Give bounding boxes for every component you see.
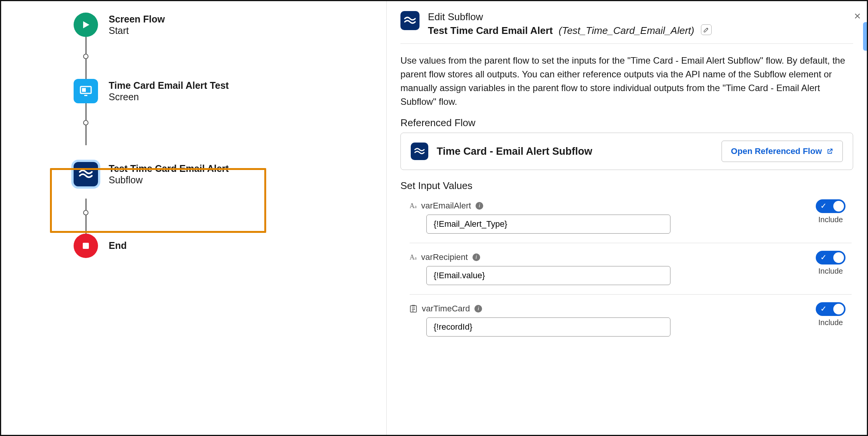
panel-description: Use values from the parent flow to set t… bbox=[400, 54, 853, 109]
svg-rect-5 bbox=[412, 305, 415, 306]
flow-node-screen[interactable]: Time Card Email Alert Test Screen bbox=[74, 79, 287, 103]
referenced-flow-card: Time Card - Email Alert Subflow Open Ref… bbox=[400, 133, 853, 170]
include-toggle-label: Include bbox=[818, 215, 843, 224]
input-row: Aa varEmailAlert i ✓ Include bbox=[410, 192, 852, 243]
svg-rect-3 bbox=[83, 243, 89, 249]
stop-icon bbox=[74, 234, 98, 258]
flow-connector bbox=[74, 199, 98, 234]
open-external-icon bbox=[826, 148, 833, 155]
subflow-icon bbox=[400, 11, 420, 30]
open-referenced-flow-button[interactable]: Open Referenced Flow bbox=[722, 141, 843, 162]
edit-label-button[interactable] bbox=[701, 24, 712, 35]
flow-node-start[interactable]: Screen Flow Start bbox=[74, 13, 287, 37]
subflow-icon bbox=[411, 143, 428, 160]
include-toggle[interactable]: ✓ bbox=[816, 302, 845, 316]
panel-element-label: Test Time Card Email Alert bbox=[428, 25, 553, 36]
referenced-flow-name: Time Card - Email Alert Subflow bbox=[437, 146, 592, 157]
node-title: Screen Flow bbox=[109, 13, 165, 25]
properties-panel: × Edit Subflow Test Time Card Email Aler… bbox=[386, 1, 867, 435]
svg-rect-1 bbox=[82, 88, 86, 92]
input-variable-name: varRecipient bbox=[421, 252, 468, 262]
section-set-input-values: Set Input Values bbox=[400, 180, 853, 192]
input-variable-name: varEmailAlert bbox=[421, 201, 471, 211]
flow-connector bbox=[74, 37, 98, 79]
include-toggle-label: Include bbox=[818, 267, 843, 276]
include-toggle[interactable]: ✓ bbox=[816, 199, 845, 213]
input-row: Aa varRecipient i ✓ Include bbox=[410, 243, 852, 295]
screen-icon bbox=[74, 79, 98, 103]
input-value-field[interactable] bbox=[426, 266, 670, 285]
subflow-icon bbox=[74, 162, 98, 186]
text-type-icon: Aa bbox=[410, 202, 416, 210]
include-toggle[interactable]: ✓ bbox=[816, 251, 845, 264]
node-title: End bbox=[109, 240, 127, 252]
flow-node-subflow[interactable]: Test Time Card Email Alert Subflow bbox=[74, 162, 287, 186]
info-icon[interactable]: i bbox=[476, 202, 483, 210]
node-subtitle: Subflow bbox=[109, 175, 229, 186]
node-title: Time Card Email Alert Test bbox=[109, 80, 229, 91]
open-referenced-flow-label: Open Referenced Flow bbox=[731, 146, 822, 156]
input-value-field[interactable] bbox=[426, 215, 670, 234]
flow-node-end[interactable]: End bbox=[74, 234, 287, 258]
flow-connector bbox=[74, 103, 98, 145]
panel-element-api-name: (Test_Time_Card_Email_Alert) bbox=[559, 25, 694, 36]
flow-canvas[interactable]: Screen Flow Start Time Card Email Alert … bbox=[1, 1, 386, 435]
info-icon[interactable]: i bbox=[473, 253, 480, 261]
record-type-icon bbox=[410, 305, 417, 313]
node-title: Test Time Card Email Alert bbox=[109, 163, 229, 175]
node-subtitle: Start bbox=[109, 25, 165, 36]
svg-rect-2 bbox=[84, 95, 87, 96]
panel-heading-type: Edit Subflow bbox=[428, 11, 712, 23]
play-icon bbox=[74, 13, 98, 37]
app-frame: Screen Flow Start Time Card Email Alert … bbox=[0, 0, 868, 436]
section-referenced-flow: Referenced Flow bbox=[400, 117, 853, 129]
panel-heading-name: Test Time Card Email Alert (Test_Time_Ca… bbox=[428, 24, 712, 37]
include-toggle-label: Include bbox=[818, 318, 843, 327]
input-row: varTimeCard i ✓ Include bbox=[410, 295, 852, 346]
input-value-field[interactable] bbox=[426, 317, 670, 337]
panel-header: Edit Subflow Test Time Card Email Alert … bbox=[400, 11, 853, 44]
text-type-icon: Aa bbox=[410, 253, 416, 261]
node-subtitle: Screen bbox=[109, 91, 229, 103]
input-variable-name: varTimeCard bbox=[422, 304, 470, 314]
info-icon[interactable]: i bbox=[474, 305, 482, 313]
